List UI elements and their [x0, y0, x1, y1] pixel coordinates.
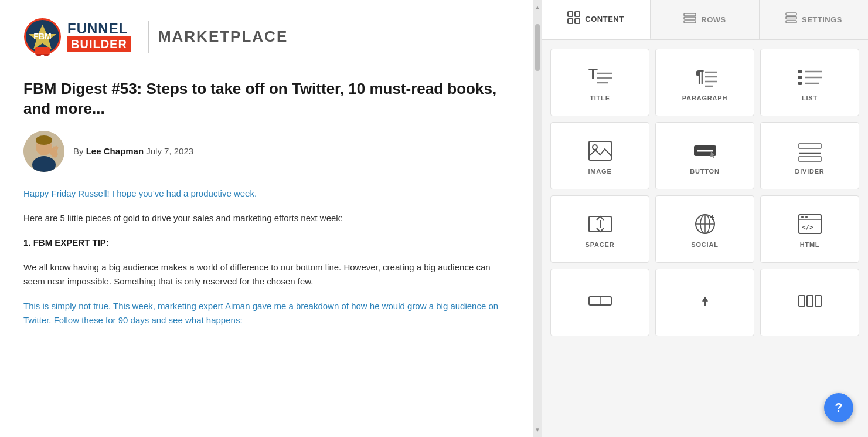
article-intro: Here are 5 little pieces of gold to driv… [23, 211, 510, 225]
logo-icon: FBM [23, 18, 62, 56]
tab-rows-label: ROWS [701, 15, 726, 24]
tab-content[interactable]: CONTENT [542, 0, 651, 39]
list-label: LIST [802, 94, 818, 101]
author-row: By Lee Chapman July 7, 2023 [23, 131, 510, 172]
svg-rect-22 [786, 17, 796, 19]
svg-point-41 [593, 145, 597, 150]
grid-item-row3[interactable] [760, 269, 859, 336]
article-preview: FBM FUNNEL BUILDER MARKETPLACE FBM Diges… [0, 0, 533, 437]
section2-text: This is simply not true. This week, mark… [23, 301, 498, 325]
grid-item-row2[interactable] [655, 269, 754, 336]
title-label: TITLE [590, 94, 610, 101]
divider-label: DIVIDER [795, 168, 824, 175]
svg-rect-66 [815, 296, 821, 306]
grid-item-paragraph[interactable]: ¶ PARAGRAPH [655, 49, 754, 116]
svg-text:FBM: FBM [33, 32, 51, 41]
grid-item-list[interactable]: LIST [760, 49, 859, 116]
grid-item-divider[interactable]: DIVIDER [760, 122, 859, 189]
author-avatar [23, 131, 64, 172]
paragraph-label: PARAGRAPH [682, 94, 727, 101]
social-label: SOCIAL [691, 241, 718, 248]
image-label: IMAGE [588, 168, 611, 175]
article-date: July 7, 2023 [146, 146, 193, 156]
svg-rect-40 [589, 141, 611, 160]
grid-item-title[interactable]: T TITLE [550, 49, 649, 116]
svg-rect-17 [684, 13, 696, 16]
svg-rect-65 [807, 296, 813, 306]
scrollbar-thumb[interactable] [535, 24, 540, 71]
svg-rect-45 [799, 144, 821, 148]
grid-item-image[interactable]: IMAGE [550, 122, 649, 189]
svg-rect-14 [575, 12, 580, 16]
rows-tab-icon [683, 13, 696, 26]
button-label: BUTTON [690, 168, 719, 175]
svg-rect-34 [798, 70, 802, 73]
svg-rect-20 [786, 13, 796, 15]
grid-item-social[interactable]: SOCIAL [655, 195, 754, 263]
button-icon [692, 140, 718, 162]
svg-rect-19 [684, 21, 696, 23]
svg-text:T: T [588, 66, 598, 83]
help-button[interactable]: ? [824, 393, 853, 422]
article-greeting: Happy Friday Russell! I hope you've had … [23, 187, 510, 201]
html-icon: </> [797, 213, 823, 235]
grid-item-html[interactable]: </> HTML [760, 195, 859, 263]
builder-text: BUILDER [67, 36, 131, 52]
funnel-text: FUNNEL [67, 22, 131, 36]
svg-point-59 [805, 216, 808, 218]
tab-settings-label: SETTINGS [802, 15, 842, 24]
settings-tab-icon [785, 12, 797, 27]
row3-icon [797, 290, 823, 312]
grid-item-button[interactable]: BUTTON [655, 122, 754, 189]
grid-item-row1[interactable] [550, 269, 649, 336]
logo-divider [148, 21, 149, 53]
image-icon [587, 140, 613, 162]
content-tab-icon [567, 11, 580, 27]
svg-point-58 [801, 216, 804, 218]
greeting-text: Happy Friday Russell! I hope you've had … [23, 188, 257, 198]
article-title: FBM Digest #53: Steps to take off on Twi… [23, 79, 510, 119]
tab-rows[interactable]: ROWS [651, 0, 760, 39]
svg-text:</>: </> [802, 223, 813, 231]
help-icon: ? [835, 400, 842, 415]
svg-point-8 [36, 135, 52, 145]
grid-item-spacer[interactable]: SPACER [550, 195, 649, 263]
logo-text: FUNNEL BUILDER MARKETPLACE [67, 21, 288, 53]
svg-rect-3 [35, 47, 50, 54]
svg-rect-13 [568, 12, 573, 16]
marketplace-text: MARKETPLACE [158, 28, 288, 46]
svg-line-12 [56, 148, 57, 150]
section1-heading: 1. FBM EXPERT TIP: [23, 236, 510, 250]
svg-rect-38 [798, 82, 802, 85]
svg-rect-16 [575, 19, 580, 23]
author-info: By Lee Chapman July 7, 2023 [73, 146, 193, 156]
svg-rect-47 [799, 157, 821, 161]
article-body: Happy Friday Russell! I hope you've had … [23, 187, 510, 327]
spacer-label: SPACER [586, 241, 615, 248]
spacer-icon [587, 213, 613, 235]
svg-rect-36 [798, 76, 802, 79]
row2-icon [692, 290, 718, 312]
content-grid: T TITLE ¶ PARAGRAPH [542, 40, 868, 437]
tab-settings[interactable]: SETTINGS [760, 0, 868, 39]
author-name: Lee Chapman [86, 146, 144, 156]
scroll-down-arrow[interactable]: ▼ [533, 425, 542, 435]
author-prefix: By [73, 146, 84, 156]
list-icon [797, 66, 823, 89]
social-icon [692, 213, 718, 235]
svg-rect-18 [684, 17, 696, 19]
paragraph-icon: ¶ [692, 66, 718, 89]
html-label: HTML [800, 241, 820, 248]
left-scrollbar[interactable]: ▲ ▼ [533, 0, 542, 437]
svg-rect-23 [786, 21, 796, 23]
row1-icon [587, 290, 613, 312]
title-icon: T [587, 66, 613, 89]
divider-icon [797, 140, 823, 162]
svg-text:¶: ¶ [695, 67, 704, 85]
section2-body: This is simply not true. This week, mark… [23, 299, 510, 327]
svg-rect-15 [568, 19, 573, 23]
scroll-up-arrow[interactable]: ▲ [533, 2, 542, 12]
right-panel: CONTENT ROWS SET [542, 0, 868, 437]
section1-body: We all know having a big audience makes … [23, 260, 510, 289]
logo-area: FBM FUNNEL BUILDER MARKETPLACE [23, 18, 510, 62]
